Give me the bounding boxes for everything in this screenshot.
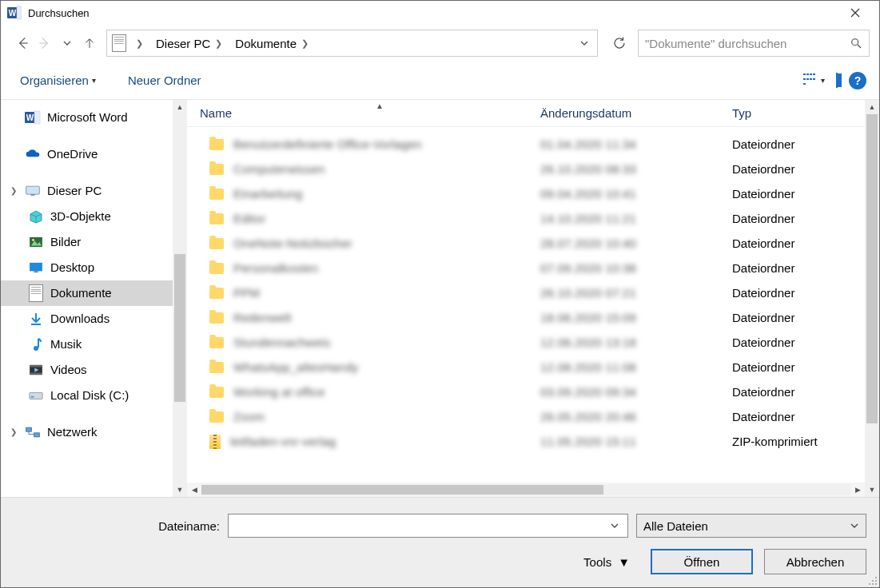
new-folder-button[interactable]: Neuer Ordner — [121, 70, 208, 90]
breadcrumb-item[interactable]: Dieser PC❯ — [153, 35, 229, 52]
file-row[interactable]: WhatsApp_altesHandy12.08.2020 11:08Datei… — [187, 355, 865, 379]
sidebar-scrollbar[interactable]: ▲ ▼ — [173, 100, 187, 497]
address-dropdown[interactable] — [576, 35, 592, 51]
organize-button[interactable]: Organisieren ▾ — [14, 70, 102, 90]
expand-icon[interactable]: ❯ — [9, 181, 18, 201]
folder-icon — [209, 189, 224, 200]
file-row[interactable]: Stundennachweis12.06.2020 13:18Dateiordn… — [187, 330, 865, 355]
tree-item-pc[interactable]: ❯Dieser PC — [1, 178, 173, 204]
downloads-icon — [28, 312, 44, 326]
resize-grip[interactable] — [866, 574, 878, 586]
open-button[interactable]: Öffnen — [651, 549, 753, 574]
folder-icon — [209, 213, 224, 224]
tree-item-music[interactable]: Musik — [1, 332, 173, 357]
music-icon — [28, 337, 44, 352]
tree-item-documents[interactable]: Dokumente — [1, 280, 173, 306]
chevron-right-icon[interactable]: ❯ — [133, 38, 146, 49]
scroll-down-icon[interactable]: ▼ — [865, 483, 879, 497]
tree-item-word[interactable]: WMicrosoft Word — [1, 105, 173, 130]
scroll-thumb[interactable] — [201, 485, 603, 495]
svg-rect-22 — [31, 396, 34, 398]
column-header-modified[interactable]: Änderungsdatum — [540, 106, 732, 120]
zip-icon — [209, 435, 221, 449]
horizontal-scrollbar[interactable]: ◀ ▶ — [187, 483, 865, 497]
file-type: Dateiordner — [732, 257, 852, 279]
content-scrollbar[interactable]: ▲ ▼ — [865, 100, 879, 497]
file-row[interactable]: Einarbeitung09.04.2020 10:41Dateiordner — [187, 181, 865, 206]
file-date: 01.04.2020 11:34 — [540, 133, 636, 155]
chevron-right-icon[interactable]: ❯ — [298, 38, 312, 49]
help-button[interactable]: ? — [849, 72, 866, 89]
file-name: leitfaden-vnr-verlag — [230, 431, 336, 452]
file-row[interactable]: PPM26.10.2020 07:21Dateiordner — [187, 280, 865, 305]
tools-button[interactable]: Tools▼ — [583, 555, 630, 569]
search-icon[interactable] — [850, 37, 862, 50]
address-bar[interactable]: ❯ Dieser PC❯ Dokumente❯ — [106, 30, 598, 57]
breadcrumb-item[interactable]: Dokumente❯ — [232, 35, 315, 52]
view-mode-button[interactable]: ▾ — [803, 74, 825, 88]
folder-icon — [209, 263, 224, 274]
scroll-right-icon[interactable]: ▶ — [850, 486, 865, 494]
preview-pane-button[interactable] — [836, 74, 838, 88]
tree-item-pictures[interactable]: Bilder — [1, 229, 173, 255]
folder-icon — [209, 312, 224, 324]
file-row[interactable]: OneNote-Notizbücher28.07.2020 10:40Datei… — [187, 231, 865, 256]
file-name: WhatsApp_altesHandy — [233, 356, 358, 378]
network-icon — [25, 425, 41, 439]
column-header-type[interactable]: Typ — [732, 106, 852, 120]
chevron-right-icon[interactable]: ❯ — [212, 38, 225, 49]
file-row[interactable]: Redenwelt18.06.2020 15:09Dateiordner — [187, 305, 865, 330]
tree-item-label: Microsoft Word — [47, 108, 128, 127]
refresh-button[interactable] — [606, 30, 633, 57]
tree-item-downloads[interactable]: Downloads — [1, 306, 173, 332]
expand-icon[interactable]: ❯ — [9, 423, 18, 442]
tree-item-label: 3D-Objekte — [50, 207, 111, 226]
file-type: Dateiordner — [732, 406, 852, 427]
file-name: Computerwissen — [233, 158, 325, 180]
file-type-filter[interactable]: Alle Dateien — [636, 514, 866, 538]
forward-button[interactable] — [36, 34, 54, 52]
tree-item-onedrive[interactable]: OneDrive — [1, 141, 173, 167]
folder-icon — [209, 362, 224, 373]
file-row[interactable]: Personalkosten07.09.2020 10:38Dateiordne… — [187, 256, 865, 280]
filename-input[interactable] — [228, 514, 628, 538]
svg-rect-2 — [17, 6, 22, 19]
tree-item-disk[interactable]: Local Disk (C:) — [1, 383, 173, 408]
file-row[interactable]: Working at office03.09.2020 09:34Dateior… — [187, 379, 865, 404]
videos-icon — [28, 363, 44, 377]
close-button[interactable] — [838, 1, 873, 25]
tree-item-label: Dokumente — [50, 284, 112, 303]
list-view-icon — [803, 74, 818, 88]
file-type: Dateiordner — [732, 232, 852, 254]
cancel-button[interactable]: Abbrechen — [764, 549, 866, 574]
scroll-down-icon[interactable]: ▼ — [173, 483, 187, 497]
column-header-name[interactable]: Name — [200, 106, 540, 120]
tree-item-network[interactable]: ❯Netzwerk — [1, 419, 173, 445]
scroll-up-icon[interactable]: ▲ — [173, 100, 187, 114]
tree-item-label: Downloads — [50, 309, 110, 328]
up-button[interactable] — [81, 34, 98, 52]
file-row[interactable]: leitfaden-vnr-verlag11.05.2020 15:11ZIP-… — [187, 429, 865, 454]
tree-item-videos[interactable]: Videos — [1, 357, 173, 383]
back-button[interactable] — [14, 34, 31, 52]
scroll-thumb[interactable] — [174, 254, 185, 401]
recent-locations-button[interactable] — [58, 34, 76, 52]
chevron-down-icon: ▾ — [821, 76, 825, 85]
svg-rect-21 — [30, 392, 42, 399]
tree-item-desktop[interactable]: Desktop — [1, 255, 173, 280]
tree-item-3d[interactable]: 3D-Objekte — [1, 204, 173, 229]
file-date: 28.07.2020 10:40 — [540, 232, 636, 254]
file-row[interactable]: Computerwissen26.10.2020 08:33Dateiordne… — [187, 157, 865, 181]
scroll-left-icon[interactable]: ◀ — [187, 486, 201, 494]
file-type: Dateiordner — [732, 332, 852, 353]
scroll-up-icon[interactable]: ▲ — [865, 100, 879, 114]
file-name: Editor — [233, 208, 265, 229]
chevron-down-icon[interactable] — [850, 521, 859, 530]
file-row[interactable]: Zoom26.05.2020 20:46Dateiordner — [187, 404, 865, 429]
chevron-down-icon[interactable] — [605, 521, 624, 530]
file-row[interactable]: Benutzerdefinierte Office-Vorlagen01.04.… — [187, 132, 865, 157]
scroll-thumb[interactable] — [866, 114, 878, 423]
search-input[interactable]: "Dokumente" durchsuchen — [638, 30, 870, 57]
file-row[interactable]: Editor14.10.2020 11:21Dateiordner — [187, 206, 865, 231]
svg-rect-6 — [34, 111, 40, 124]
